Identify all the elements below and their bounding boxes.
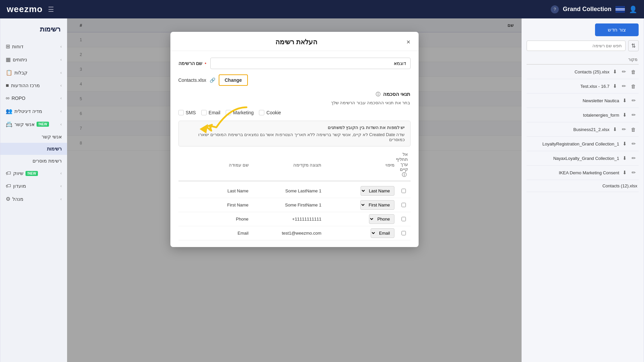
sidebar-title: רשימות bbox=[0, 22, 67, 40]
map-select[interactable]: Last Name bbox=[361, 186, 394, 196]
sidebar-item-content: מרכז ההודעות ■ bbox=[6, 82, 40, 88]
sidebar-item-content: קבלות 📋 bbox=[6, 69, 28, 76]
modal-close-button[interactable]: × bbox=[407, 38, 411, 46]
download-button[interactable]: ⬇ bbox=[621, 111, 628, 119]
sidebar-item-label: ניתוחים bbox=[13, 57, 27, 62]
conflict-title: יש למפות את השדות בין הקובץ למשתנים bbox=[184, 125, 405, 130]
sidebar-item-orders[interactable]: › קבלות 📋 bbox=[0, 66, 67, 79]
new-button[interactable]: צור חדש bbox=[595, 23, 639, 36]
field-col-header: שם עמודה bbox=[178, 163, 251, 168]
edit-button[interactable]: ✏ bbox=[630, 111, 637, 119]
sidebar-item-content: NEW! אנשי קשר 📇 bbox=[6, 121, 49, 127]
file-item: 🗑 ✏ ⬇ Test.xlsx - 16.7 bbox=[527, 79, 639, 94]
change-button[interactable]: Change bbox=[219, 74, 248, 86]
map-select[interactable]: Email bbox=[371, 228, 394, 238]
no-replace-col: אל תחליף ערך קיים ⓘ bbox=[397, 152, 411, 178]
no-replace-checkbox[interactable] bbox=[401, 217, 406, 221]
download-button[interactable]: ⬇ bbox=[611, 68, 619, 75]
map-select[interactable]: Phone bbox=[369, 214, 394, 224]
no-replace-cell[interactable] bbox=[397, 217, 411, 221]
map-cell[interactable]: Last Name bbox=[324, 186, 397, 196]
map-cell[interactable]: First Name bbox=[324, 200, 397, 210]
delete-button[interactable]: 🗑 bbox=[630, 126, 637, 133]
modal-overlay[interactable]: × העלאת רשימה • שם הרשימה bbox=[67, 18, 522, 362]
edit-button[interactable]: ✏ bbox=[621, 126, 628, 133]
delete-button[interactable]: 🗑 bbox=[630, 83, 637, 90]
file-item: ✏ ⬇ NayaxLoyalty_Grand Collection_1 bbox=[527, 151, 639, 166]
source-cell: test1@weezmo.com bbox=[251, 231, 324, 236]
email-consent[interactable]: Email bbox=[201, 110, 220, 115]
sidebar-item-reports[interactable]: › דוחות ⊞ bbox=[0, 40, 67, 53]
analytics-icon: ▦ bbox=[6, 56, 11, 63]
search-input[interactable] bbox=[527, 41, 626, 51]
marketing-consent[interactable]: Marketing bbox=[226, 110, 254, 115]
mapping-header: אל תחליף ערך קיים ⓘ מיפוי תצוגה מקדימה ש… bbox=[178, 152, 411, 181]
cookie-checkbox[interactable] bbox=[259, 110, 264, 115]
download-button[interactable]: ⬇ bbox=[611, 126, 619, 133]
edit-button[interactable]: ✏ bbox=[630, 169, 637, 176]
sidebar-item-contacts-new[interactable]: › NEW! אנשי קשר 📇 bbox=[0, 118, 67, 131]
consent-options: Cookie Marketing Email SMS bbox=[178, 110, 411, 115]
marketing-label: Marketing bbox=[233, 110, 254, 115]
marketing-checkbox[interactable] bbox=[226, 110, 231, 115]
delete-button[interactable]: 🗑 bbox=[630, 68, 637, 75]
cookie-label: Cookie bbox=[266, 110, 281, 115]
sidebar-item-analytics[interactable]: › ניתוחים ▦ bbox=[0, 53, 67, 66]
sidebar-item-marketing[interactable]: › NEW! שיווק 🏷 bbox=[0, 167, 67, 180]
no-replace-checkbox[interactable] bbox=[401, 189, 406, 193]
cookie-consent[interactable]: Cookie bbox=[259, 110, 281, 115]
edit-button[interactable]: ✏ bbox=[621, 68, 628, 75]
weezmo-logo: weezmo bbox=[7, 4, 43, 14]
sms-checkbox[interactable] bbox=[178, 110, 184, 115]
map-cell[interactable]: Email bbox=[324, 228, 397, 238]
download-button[interactable]: ⬇ bbox=[621, 97, 628, 104]
flag-icon bbox=[615, 6, 625, 13]
top-navigation: 👤 Grand Collection ? ☰ weezmo bbox=[0, 0, 644, 18]
sidebar-item-suppliers[interactable]: רשימת מוסרים bbox=[0, 155, 67, 167]
edit-button[interactable]: ✏ bbox=[630, 97, 637, 104]
file-name: LoyaltyRegistration_Grand Collection_1 bbox=[528, 141, 619, 146]
map-select[interactable]: First Name bbox=[360, 200, 394, 210]
file-name: totalenergies_form bbox=[528, 113, 619, 118]
hamburger-icon[interactable]: ☰ bbox=[48, 5, 54, 13]
col-source-label: מקור bbox=[528, 57, 637, 62]
file-name: Contacts (25).xlsx bbox=[528, 69, 609, 74]
no-replace-cell[interactable] bbox=[397, 189, 411, 193]
arrow-icon: › bbox=[60, 96, 62, 101]
sidebar-item-lists[interactable]: רשימות bbox=[0, 143, 67, 155]
list-name-input[interactable] bbox=[210, 58, 410, 69]
user-icon[interactable]: 👤 bbox=[629, 5, 637, 13]
download-button[interactable]: ⬇ bbox=[621, 140, 628, 147]
download-button[interactable]: ⬇ bbox=[611, 82, 619, 90]
sidebar-item-notifications[interactable]: › מרכז ההודעות ■ bbox=[0, 79, 67, 92]
sidebar-item-contacts[interactable]: אנשי קשר bbox=[0, 131, 67, 143]
file-item: 🗑 ✏ ⬇ Business21_2.xlsx bbox=[527, 122, 639, 137]
download-button[interactable]: ⬇ bbox=[621, 169, 628, 176]
sidebar-item-content: מדיה דיגיטלית 👥 bbox=[6, 108, 42, 114]
contacts-icon: 📇 bbox=[6, 121, 12, 127]
sms-consent[interactable]: SMS bbox=[178, 110, 196, 115]
sidebar-item-ropo[interactable]: › ROPO ∞ bbox=[0, 92, 67, 105]
no-replace-cell[interactable] bbox=[397, 231, 411, 235]
conflict-description: שדה Created Date לא קיים, אנשי קשר ברשימ… bbox=[184, 132, 405, 142]
sidebar-item-digital-media[interactable]: › מדיה דיגיטלית 👥 bbox=[0, 105, 67, 118]
email-checkbox[interactable] bbox=[201, 110, 207, 115]
mapping-row: Email test1@weezmo.com Email bbox=[178, 226, 411, 240]
help-icon[interactable]: ? bbox=[551, 5, 559, 13]
nav-right: ☰ weezmo bbox=[7, 4, 54, 14]
no-replace-checkbox[interactable] bbox=[401, 231, 406, 235]
edit-button[interactable]: ✏ bbox=[621, 82, 628, 90]
map-col-header: מיפוי bbox=[324, 163, 397, 168]
edit-button[interactable]: ✏ bbox=[630, 155, 637, 162]
edit-button[interactable]: ✏ bbox=[630, 140, 637, 147]
sidebar-item-content: אנשי קשר bbox=[42, 134, 62, 139]
filter-button[interactable]: ⇅ bbox=[628, 40, 639, 51]
arrow-icon: › bbox=[60, 83, 62, 88]
arrow-icon: › bbox=[60, 109, 62, 114]
sidebar-item-club[interactable]: › מועדון 🏷 bbox=[0, 180, 67, 192]
no-replace-cell[interactable] bbox=[397, 203, 411, 207]
map-cell[interactable]: Phone bbox=[324, 214, 397, 224]
no-replace-checkbox[interactable] bbox=[401, 203, 406, 207]
sidebar-item-manager[interactable]: › מנהל ⚙ bbox=[0, 192, 67, 205]
download-button[interactable]: ⬇ bbox=[621, 155, 628, 162]
